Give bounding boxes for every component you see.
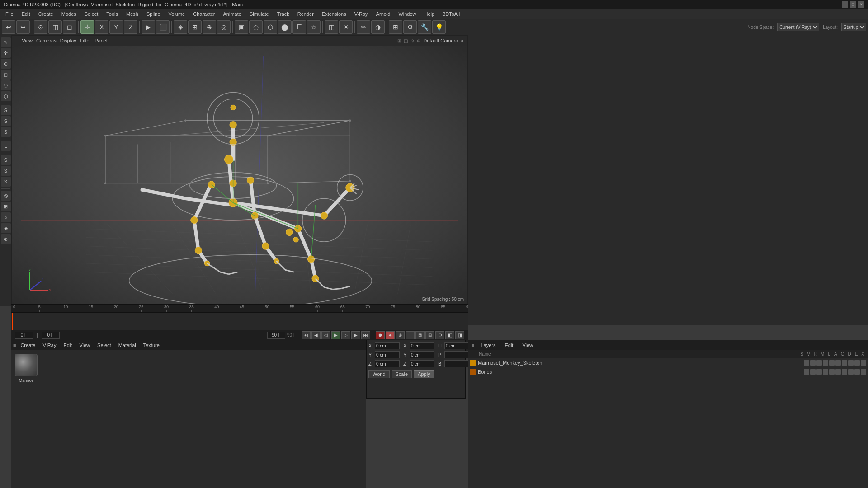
material-preview[interactable]	[15, 354, 38, 376]
menu-item-file[interactable]: File	[2, 10, 17, 18]
timeline-ruler[interactable]: 051015202530354045505560657075808590	[11, 305, 468, 313]
menu-item-edit[interactable]: Edit	[18, 10, 34, 18]
camera-button[interactable]: ◫	[325, 20, 338, 34]
layers-tab[interactable]: Layers	[478, 342, 498, 349]
lasso-select[interactable]: ◌	[1, 80, 11, 90]
bottom-panel-toggle[interactable]: ≡	[13, 343, 16, 348]
extra-tool-3[interactable]: ⊕	[1, 234, 11, 244]
scale-x-input[interactable]	[410, 342, 434, 349]
layout-select[interactable]: Startup	[841, 23, 866, 31]
menu-item-animate[interactable]: Animate	[220, 10, 245, 18]
snap-button[interactable]: ◈	[174, 20, 187, 34]
viewport-filter-menu[interactable]: Filter	[80, 38, 91, 43]
menu-item-extensions[interactable]: Extensions	[318, 10, 350, 18]
layer-icon-d[interactable]	[848, 360, 854, 366]
record-button[interactable]: ⏺	[376, 331, 385, 339]
pos-x-input[interactable]	[375, 342, 400, 349]
timeline-settings-button[interactable]: ⚙	[435, 331, 444, 339]
add-key-button[interactable]: +	[406, 331, 415, 339]
pos-z-input[interactable]	[375, 360, 400, 367]
paint-button[interactable]: ✏	[357, 20, 370, 34]
axis-button[interactable]: ⊕	[203, 20, 216, 34]
timeline-zoom-button[interactable]: ⊞	[425, 331, 434, 339]
rot-p-input[interactable]	[444, 351, 469, 358]
layers-view-tab[interactable]: View	[519, 342, 536, 349]
layer-icon-s[interactable]	[804, 360, 809, 366]
rect-select[interactable]: ◻	[1, 70, 11, 80]
edge-mode-button[interactable]: ◫	[48, 20, 62, 34]
viewport[interactable]: ≡ View Cameras Display Filter Panel ⊞ ◫ …	[11, 35, 468, 304]
pivot-button[interactable]: ◎	[217, 20, 231, 34]
pen-tool[interactable]: S	[1, 127, 11, 137]
viewport-canvas[interactable]: Grid Spacing : 50 cm X Y Z	[12, 46, 467, 304]
layer-icon-l[interactable]	[829, 360, 835, 366]
menu-item-create[interactable]: Create	[35, 10, 57, 18]
select-tool[interactable]: ↖	[1, 37, 11, 47]
layer-item[interactable]: Bones	[468, 367, 868, 376]
extra-tool-2[interactable]: ◈	[1, 223, 11, 233]
goto-end-button[interactable]: ⏭	[361, 331, 370, 339]
viewport-panel-menu[interactable]: Panel	[94, 38, 107, 43]
layer-icon-s[interactable]	[804, 369, 809, 375]
play-button[interactable]: ▶	[331, 331, 340, 339]
object-mode-button[interactable]: ⊙	[34, 20, 47, 34]
vray-tab[interactable]: V-Ray	[40, 342, 59, 349]
goto-start-button[interactable]: ⏮	[302, 331, 311, 339]
move-tool-button[interactable]: ✛	[80, 20, 94, 34]
viewport-view-menu[interactable]: View	[22, 38, 33, 43]
menu-item-character[interactable]: Character	[189, 10, 218, 18]
spline-tool[interactable]: S	[1, 105, 11, 115]
timeline-button[interactable]: ⊞	[389, 20, 402, 34]
next-frame-button[interactable]: ▶	[351, 331, 360, 339]
menu-item-arnold[interactable]: Arnold	[373, 10, 394, 18]
viewport-menu-toggle[interactable]: ≡	[15, 38, 18, 43]
layer-icon-v[interactable]	[810, 360, 816, 366]
extra-tool-1[interactable]: ○	[1, 212, 11, 222]
layer-icon-v[interactable]	[810, 369, 816, 375]
apply-button[interactable]: Apply	[414, 370, 434, 378]
material-tab[interactable]: Material	[116, 342, 139, 349]
scale-button[interactable]: Scale	[392, 370, 412, 378]
timeline-track[interactable]	[11, 313, 468, 331]
rot-h-input[interactable]	[444, 342, 469, 349]
brush-tool[interactable]: ◎	[1, 191, 11, 201]
hair-button[interactable]: 💡	[432, 20, 446, 34]
live-select[interactable]: ⊙	[1, 59, 11, 69]
timeline-extra-button-2[interactable]: ◨	[455, 331, 464, 339]
poly-mode-button[interactable]: ◻	[63, 20, 76, 34]
menu-item-help[interactable]: Help	[421, 10, 439, 18]
close-button[interactable]: ✕	[858, 1, 864, 8]
layer-icon-a[interactable]	[835, 369, 841, 375]
sculpt-button[interactable]: ◑	[371, 20, 385, 34]
scale-tool-button[interactable]: X	[95, 20, 108, 34]
S-tool-2[interactable]: S	[1, 166, 11, 176]
layer-icon-x[interactable]	[861, 360, 866, 366]
viewport-cameras-menu[interactable]: Cameras	[36, 38, 57, 43]
prev-key-button[interactable]: ◁	[321, 331, 330, 339]
menu-item-simulate[interactable]: Simulate	[246, 10, 273, 18]
view-tab[interactable]: View	[76, 342, 93, 349]
bezier-tool[interactable]: S	[1, 116, 11, 126]
python-button[interactable]: 🔧	[418, 20, 431, 34]
spline-button[interactable]: ◌	[249, 20, 263, 34]
deformer-button[interactable]: ⧠	[292, 20, 306, 34]
grid-button[interactable]: ⊞	[188, 20, 202, 34]
polygon-button[interactable]: ⬡	[264, 20, 277, 34]
start-frame-input[interactable]	[15, 332, 33, 339]
menu-item-tools[interactable]: Tools	[103, 10, 122, 18]
layer-icon-e[interactable]	[854, 360, 860, 366]
redo-button[interactable]: ↪	[16, 20, 30, 34]
layer-icon-r[interactable]	[816, 369, 822, 375]
layer-icon-g[interactable]	[842, 360, 847, 366]
create-tab[interactable]: Create	[18, 342, 38, 349]
layer-icon-e[interactable]	[854, 369, 860, 375]
layer-icon-l[interactable]	[829, 369, 835, 375]
effector-button[interactable]: ☆	[307, 20, 321, 34]
layer-icon-r[interactable]	[816, 360, 822, 366]
layer-icon-x[interactable]	[861, 369, 866, 375]
del-key-button[interactable]: ⊠	[415, 331, 425, 339]
S-tool-3[interactable]: S	[1, 177, 11, 187]
light-button[interactable]: ☀	[339, 20, 353, 34]
rot-b-input[interactable]	[444, 360, 469, 367]
select-tab[interactable]: Select	[94, 342, 114, 349]
